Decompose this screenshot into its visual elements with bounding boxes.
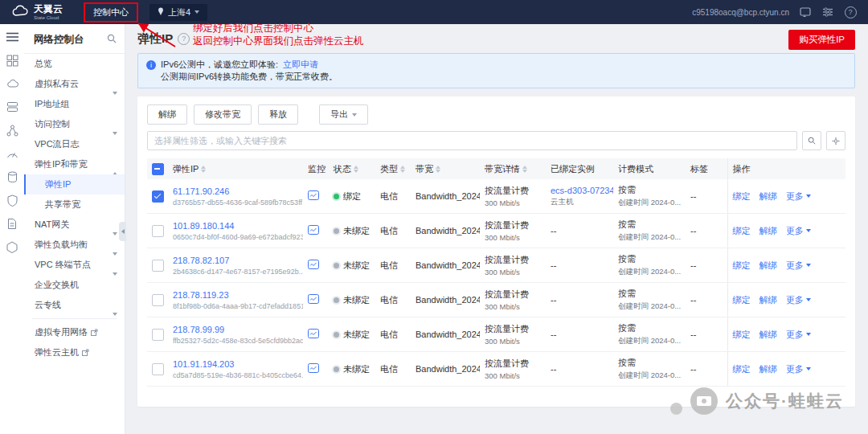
cloud-server-icon[interactable]: [6, 77, 18, 90]
row-checkbox[interactable]: [152, 190, 164, 203]
gauge-icon[interactable]: [6, 147, 18, 160]
monitor-chart-icon[interactable]: [308, 365, 319, 375]
sidebar-item-nat-gateway[interactable]: NAT网关: [24, 215, 125, 235]
info-icon[interactable]: ?: [178, 33, 190, 45]
unbind-action[interactable]: 解绑: [760, 190, 777, 203]
sidebar-item-eip-bandwidth[interactable]: 弹性IP和带宽: [24, 154, 125, 174]
row-checkbox[interactable]: [152, 294, 164, 306]
menu-icon[interactable]: [6, 31, 18, 43]
settings-sliders-icon[interactable]: [821, 6, 834, 18]
message-icon[interactable]: [799, 6, 812, 18]
sort-icon[interactable]: [354, 166, 358, 173]
bind-action[interactable]: 绑定: [733, 260, 751, 272]
sidebar-item-vpc-endpoint[interactable]: VPC 终端节点: [24, 255, 125, 275]
monitor-chart-icon[interactable]: [308, 261, 319, 271]
sidebar-item-elb[interactable]: 弹性负载均衡: [24, 235, 125, 255]
region-selector[interactable]: 上海4: [149, 4, 207, 21]
console-center-button[interactable]: 控制中心: [84, 2, 138, 23]
more-action[interactable]: 更多: [786, 260, 811, 272]
search-button[interactable]: [802, 131, 821, 150]
eip-uuid: 2b4638c6-d147-4e67-8157-e7195e92b...: [173, 268, 298, 276]
table-settings-button[interactable]: [826, 131, 845, 150]
apps-hex-icon[interactable]: [6, 240, 18, 253]
row-checkbox[interactable]: [152, 225, 164, 237]
eip-link[interactable]: 218.78.99.99: [173, 325, 298, 334]
row-checkbox[interactable]: [152, 329, 164, 341]
row-checkbox[interactable]: [152, 260, 164, 272]
eip-uuid: ffb25327-5d2c-458e-83cd-5e5cfd9bb2ac: [173, 337, 298, 345]
bind-action[interactable]: 绑定: [733, 190, 751, 203]
sidebar-collapse-handle[interactable]: [119, 222, 126, 241]
status-text: 未绑定: [343, 260, 370, 270]
more-action[interactable]: 更多: [786, 225, 811, 237]
eip-link[interactable]: 101.89.180.144: [173, 221, 298, 231]
unbind-action[interactable]: 解绑: [760, 225, 777, 237]
monitor-chart-icon[interactable]: [308, 330, 319, 340]
network-icon[interactable]: [6, 124, 18, 137]
eip-link[interactable]: 101.91.194.203: [173, 359, 298, 369]
security-shield-icon[interactable]: [6, 194, 18, 207]
sidebar-item-vpc[interactable]: 虚拟私有云: [24, 74, 125, 94]
eip-link[interactable]: 218.78.82.107: [173, 256, 298, 265]
table-row[interactable]: 218.78.119.238f1bf98b-0d6a-4aaa-9b17-cd7…: [147, 283, 845, 317]
export-button[interactable]: 导出: [319, 104, 368, 125]
table-row[interactable]: 101.89.180.1440650c7d4-bf0f-460d-9a69-e6…: [147, 214, 845, 248]
release-button[interactable]: 释放: [258, 104, 298, 125]
unbind-action[interactable]: 解绑: [760, 329, 777, 341]
gear-icon: [832, 136, 840, 146]
more-action[interactable]: 更多: [786, 363, 811, 375]
modify-bandwidth-button[interactable]: 修改带宽: [194, 104, 252, 125]
ctyun-logo[interactable]: 天翼云 State Cloud: [0, 4, 71, 20]
sidebar-item-ip-group[interactable]: IP地址组: [24, 94, 125, 114]
database-icon[interactable]: [6, 170, 18, 183]
apply-now-link[interactable]: 立即申请: [283, 59, 318, 71]
monitor-chart-icon[interactable]: [308, 192, 319, 202]
unbind-button[interactable]: 解绑: [147, 104, 187, 125]
buy-eip-button[interactable]: 购买弹性IP: [788, 30, 855, 50]
bind-action[interactable]: 绑定: [733, 225, 751, 237]
sort-icon[interactable]: [400, 166, 405, 173]
row-checkbox[interactable]: [152, 363, 164, 375]
table-row[interactable]: 101.91.194.203cd5a7d85-519e-4b36-881c-b4…: [147, 352, 845, 387]
eip-link[interactable]: 61.171.90.246: [173, 186, 298, 196]
sidebar-item-enterprise-switch[interactable]: 企业交换机: [24, 275, 125, 295]
help-icon[interactable]: ?: [844, 6, 857, 18]
bound-instance: --: [546, 283, 613, 317]
sidebar-item-ecs[interactable]: 弹性云主机: [24, 342, 125, 362]
select-all-checkbox[interactable]: [152, 163, 164, 175]
unbind-action[interactable]: 解绑: [760, 294, 777, 306]
sidebar-item-vpn[interactable]: 虚拟专用网络: [24, 322, 125, 342]
sidebar-item-cloud-line[interactable]: 云专线: [24, 295, 125, 315]
more-action[interactable]: 更多: [786, 294, 811, 306]
sort-icon[interactable]: [522, 166, 527, 173]
table-row[interactable]: 218.78.82.1072b4638c6-d147-4e67-8157-e71…: [147, 248, 845, 283]
sidebar-item-label: 弹性IP: [45, 179, 71, 189]
sidebar-item-access-control[interactable]: 访问控制: [24, 114, 125, 134]
eip-link[interactable]: 218.78.119.23: [173, 290, 298, 300]
document-icon[interactable]: [6, 217, 18, 230]
bind-action[interactable]: 绑定: [733, 363, 751, 375]
sort-icon[interactable]: [436, 166, 440, 173]
bind-action[interactable]: 绑定: [733, 294, 751, 306]
unbind-action[interactable]: 解绑: [760, 260, 777, 272]
bind-action[interactable]: 绑定: [733, 329, 751, 341]
storage-icon[interactable]: [6, 100, 18, 113]
monitor-chart-icon[interactable]: [308, 296, 319, 305]
more-action[interactable]: 更多: [786, 329, 811, 341]
dashboard-icon[interactable]: [6, 54, 18, 67]
sidebar-item-eip[interactable]: 弹性IP: [24, 174, 125, 194]
monitor-chart-icon[interactable]: [308, 227, 319, 236]
filter-search-input[interactable]: [147, 131, 797, 150]
column-header-detail: 带宽详情: [485, 164, 520, 174]
sidebar-item-vpc-flowlog[interactable]: VPC流日志: [24, 134, 125, 154]
unbind-action[interactable]: 解绑: [760, 363, 777, 375]
sidebar-item-label: 虚拟私有云: [35, 79, 79, 88]
sort-icon[interactable]: [201, 166, 206, 173]
bound-instance-link[interactable]: ecs-d303-0723452: [551, 186, 608, 195]
sidebar-item-overview[interactable]: 总览: [24, 54, 125, 74]
table-row[interactable]: 61.171.90.246d3765b57-db55-4636-9caf-589…: [147, 179, 845, 214]
search-icon[interactable]: [107, 32, 117, 47]
more-action[interactable]: 更多: [786, 190, 811, 203]
sidebar-item-shared-bandwidth[interactable]: 共享带宽: [24, 194, 125, 215]
table-row[interactable]: 218.78.99.99ffb25327-5d2c-458e-83cd-5e5c…: [147, 317, 845, 352]
